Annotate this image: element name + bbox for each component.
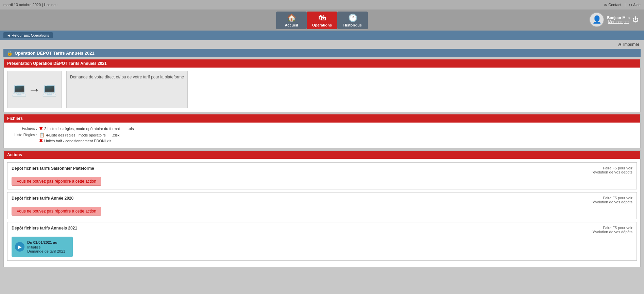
contact-link[interactable]: ✉ Contact [604,3,621,7]
depot-status: Initialisé [27,245,65,249]
file-link-2[interactable]: 4-Liste des règles , mode opératoire .xl… [46,133,119,137]
depot-description: Demande de tarif 2021 [27,249,65,253]
action-disabled-saisonnier: Vous ne pouvez pas répondre à cette acti… [12,177,101,186]
actions-section: Actions Dépôt fichiers tarifs Saisonnier… [3,150,641,267]
breadcrumb-bar: ◄ Retour aux Opérations [0,31,644,40]
nav-historique[interactable]: 🕐 Historique [337,12,368,29]
mon-compte-link[interactable]: Mon compte [608,20,629,24]
fichiers-label: Fichiers : [9,126,39,130]
depot-annuels-card: ▶ Du 01/01/2021 au Initialisé Demande de… [12,237,73,257]
lock-icon: 🔒 [7,50,13,56]
avatar: 👤 [589,12,604,27]
question-icon: ⊙ [629,3,632,7]
user-info: Bonjour M. a Mon compte [607,16,630,24]
presentation-description: Demande de votre direct et/ ou de votre … [66,71,188,108]
presentation-image: 💻 → 💻 [7,71,62,108]
nav-operations[interactable]: 🛍 Opérations [307,12,337,29]
depot-info: Du 01/01/2021 au Initialisé Demande de t… [27,240,65,253]
action-card-annuels2021: Dépôt fichiers tarifs Annuels 2021 Faire… [7,222,637,261]
user-section: 👤 Bonjour M. a Mon compte ⏻ [589,12,639,27]
action-disabled-annee2020: Vous ne pouvez pas répondre à cette acti… [12,207,101,216]
power-button[interactable]: ⏻ [632,16,639,23]
home-icon: 🏠 [287,14,296,22]
fichiers-row: Fichiers : ✖ 2-Liste des règles, mode op… [9,126,635,131]
top-bar: mardi 13 octobre 2020 | Hotline : ✉ Cont… [0,0,644,10]
printer-icon: 🖨 [618,42,622,47]
presentation-section: Présentation Opération DÉPÔT Tarifs Annu… [3,59,641,112]
xls-icon-1: ✖ [39,126,43,131]
nav-accueil[interactable]: 🏠 Accueil [276,12,307,29]
print-button[interactable]: 🖨 Imprimer [618,42,639,47]
arrow-icon: → [28,82,40,97]
action-card-header-1: Dépôt fichiers tarifs Saisonnier Platefo… [12,166,632,174]
xls-icon-3: ✖ [39,138,43,143]
laptop-right-icon: 💻 [42,82,57,97]
print-bar: 🖨 Imprimer [0,40,644,49]
action-hint-annee2020: Faire F5 pour voirl'évolution de vos dép… [592,196,632,204]
fichiers-list: ✖ 2-Liste des règles, mode opératoire du… [39,126,134,131]
presentation-header: Présentation Opération DÉPÔT Tarifs Annu… [4,59,640,68]
action-title-annee2020: Dépôt fichiers tarifs Année 2020 [12,196,73,201]
nav-bar: 🏠 Accueil 🛍 Opérations 🕐 Historique [0,10,644,31]
email-icon: ✉ [604,3,607,7]
laptops-graphic: 💻 → 💻 [12,82,57,97]
file-item-2[interactable]: 📋 4-Liste des règles , mode opératoire .… [39,132,119,137]
shopping-icon: 🛍 [318,14,326,22]
laptop-left-icon: 💻 [12,82,27,97]
main-content: 🔒 Opération DÉPÔT Tarifs Annuels 2021 Pr… [0,49,644,273]
presentation-body: 💻 → 💻 Demande de votre direct et/ ou de … [4,68,640,112]
liste-regles-list: 📋 4-Liste des règles , mode opératoire .… [39,132,119,143]
action-card-header-3: Dépôt fichiers tarifs Annuels 2021 Faire… [12,226,632,234]
liste-regles-row: Liste Règles : 📋 4-Liste des règles , mo… [9,132,635,143]
action-hint-saisonnier: Faire F5 pour voirl'évolution de vos dép… [592,166,632,174]
fichiers-header: Fichiers [4,114,640,123]
file-link-1[interactable]: 2-Liste des règles, mode opératoire du f… [44,127,134,131]
top-bar-date: mardi 13 octobre 2020 | Hotline : [3,3,57,7]
aide-link[interactable]: ⊙ Aide [629,3,641,7]
depot-date: Du 01/01/2021 au [27,240,65,244]
liste-regles-label: Liste Règles : [9,132,39,137]
history-icon: 🕐 [348,14,357,22]
file-item-3[interactable]: ✖ Unités tarif - conditionnement EDONI.x… [39,138,119,143]
fichiers-section: Fichiers Fichiers : ✖ 2-Liste des règles… [3,114,641,148]
file-item-1[interactable]: ✖ 2-Liste des règles, mode opératoire du… [39,126,134,131]
actions-body: Dépôt fichiers tarifs Saisonnier Platefo… [4,159,640,267]
action-card-header-2: Dépôt fichiers tarifs Année 2020 Faire F… [12,196,632,204]
action-title-annuels2021: Dépôt fichiers tarifs Annuels 2021 [12,226,77,231]
page-title: 🔒 Opération DÉPÔT Tarifs Annuels 2021 [3,49,641,57]
fichiers-body: Fichiers : ✖ 2-Liste des règles, mode op… [4,123,640,148]
xlsx-icon-2: 📋 [39,132,45,137]
play-button[interactable]: ▶ [15,242,24,252]
action-title-saisonnier: Dépôt fichiers tarifs Saisonnier Platefo… [12,166,94,171]
action-card-saisonnier: Dépôt fichiers tarifs Saisonnier Platefo… [7,162,637,189]
file-link-3[interactable]: Unités tarif - conditionnement EDONI.xls [44,139,111,143]
actions-header: Actions [4,151,640,159]
action-card-annee2020: Dépôt fichiers tarifs Année 2020 Faire F… [7,192,637,219]
action-hint-annuels2021: Faire F5 pour voirl'évolution de vos dép… [592,226,632,234]
back-button[interactable]: ◄ Retour aux Opérations [3,32,53,38]
